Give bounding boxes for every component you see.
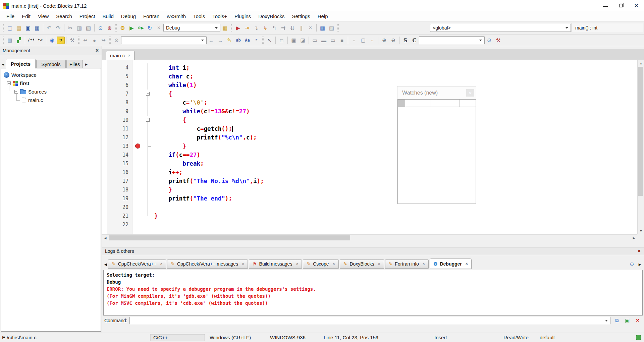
menu-build[interactable]: Build bbox=[99, 11, 117, 21]
replace-icon[interactable]: ⊛ bbox=[105, 23, 114, 32]
abort-build-icon[interactable]: × bbox=[154, 23, 163, 32]
doxyblocks-run-icon[interactable]: ◉ bbox=[48, 36, 57, 44]
incremental-search-input[interactable] bbox=[121, 36, 207, 44]
toolbar-grip[interactable] bbox=[78, 37, 79, 44]
breakpoint-marker-icon[interactable] bbox=[135, 144, 140, 149]
breakpoint-margin[interactable] bbox=[132, 203, 144, 212]
log-tab-close-icon[interactable]: × bbox=[466, 262, 468, 266]
copy-icon[interactable]: ▥ bbox=[75, 23, 84, 32]
editor-body[interactable]: 4 int i;5 char c;6 while(1)7 {8 c='\0';9… bbox=[102, 60, 644, 234]
wx-panel-icon[interactable]: ◪ bbox=[298, 36, 307, 44]
fold-margin[interactable] bbox=[144, 90, 152, 98]
settings-wrench-icon[interactable]: ⚒ bbox=[68, 36, 77, 44]
scroll-right-icon[interactable]: ▶ bbox=[631, 235, 637, 241]
breakpoint-margin[interactable] bbox=[132, 194, 144, 203]
editor-vertical-scrollbar[interactable]: ▲ ▼ bbox=[637, 60, 644, 234]
scroll-left-icon[interactable]: ◀ bbox=[102, 235, 109, 241]
toolbar-grip[interactable] bbox=[262, 37, 264, 44]
search-prev-icon[interactable]: ← bbox=[207, 36, 216, 44]
menu-project[interactable]: Project bbox=[76, 11, 99, 21]
doxygen-comment-icon[interactable]: *< bbox=[36, 36, 45, 44]
fold-margin[interactable] bbox=[144, 72, 152, 81]
run-icon[interactable]: ▶ bbox=[127, 23, 136, 32]
menu-search[interactable]: Search bbox=[52, 11, 76, 21]
minimize-button[interactable]: — bbox=[598, 0, 613, 11]
breakpoint-margin[interactable] bbox=[132, 116, 144, 124]
toolbar-grip[interactable] bbox=[3, 24, 4, 32]
menu-fortran[interactable]: Fortran bbox=[140, 11, 163, 21]
logs-tabs-scroll-left-icon[interactable]: ◀ bbox=[103, 260, 108, 269]
menu-tools[interactable]: Tools bbox=[190, 11, 209, 21]
fold-margin[interactable] bbox=[144, 220, 152, 229]
log-tab-close-icon[interactable]: × bbox=[333, 262, 335, 266]
fold-margin[interactable] bbox=[144, 116, 152, 124]
log-tab-fortran-info[interactable]: ✎Fortran info× bbox=[385, 259, 429, 269]
breakpoint-margin[interactable] bbox=[132, 185, 144, 194]
wx-border-icon-2[interactable]: ▢ bbox=[359, 36, 368, 44]
debugging-windows-icon[interactable]: ▦ bbox=[318, 23, 327, 32]
management-close-icon[interactable]: × bbox=[96, 48, 102, 54]
code-line-8[interactable]: 8 c='\0'; bbox=[102, 98, 637, 107]
break-debugger-icon[interactable]: ∥ bbox=[297, 23, 306, 32]
log-tab-cscope[interactable]: ✎Cscope× bbox=[303, 259, 338, 269]
chm-help-icon[interactable]: ? bbox=[57, 37, 65, 44]
compile-log-icon[interactable]: ▦ bbox=[220, 23, 229, 32]
fold-margin[interactable] bbox=[144, 133, 152, 142]
build-icon[interactable]: ⚙ bbox=[118, 23, 127, 32]
toolbar-grip[interactable] bbox=[337, 24, 339, 32]
fold-margin[interactable] bbox=[144, 168, 152, 177]
fold-margin[interactable] bbox=[144, 151, 152, 159]
menu-tools[interactable]: Tools+ bbox=[209, 11, 231, 21]
command-clipboard-icon[interactable]: ⧉ bbox=[613, 317, 621, 325]
code-line-4[interactable]: 4 int i; bbox=[102, 63, 637, 72]
code-line-19[interactable]: 19 printf("The end"); bbox=[102, 194, 637, 203]
function-select[interactable]: main() : int bbox=[572, 23, 643, 32]
toolbar-grip[interactable] bbox=[3, 37, 4, 44]
highlight-icon[interactable]: ✎ bbox=[225, 36, 234, 44]
logs-tabs-scroll-right-icon[interactable]: ▶ bbox=[637, 260, 642, 269]
menu-doxyblocks[interactable]: DoxyBlocks bbox=[255, 11, 288, 21]
tree-item-sources[interactable]: Sources bbox=[1, 88, 101, 96]
step-into-icon[interactable]: ↳ bbox=[261, 23, 270, 32]
wx-border-icon-3[interactable]: ▫ bbox=[368, 36, 377, 44]
run-to-cursor-icon[interactable]: ⇥ bbox=[243, 23, 252, 32]
code-line-21[interactable]: 21} bbox=[102, 212, 637, 220]
log-tab-close-icon[interactable]: × bbox=[423, 262, 425, 266]
wx-pointer-icon[interactable]: ↖ bbox=[265, 36, 274, 44]
log-tab-build-messages[interactable]: ⚑Build messages× bbox=[249, 259, 302, 269]
breakpoint-margin[interactable] bbox=[132, 212, 144, 220]
code-line-10[interactable]: 10 { bbox=[102, 116, 637, 124]
logs-close-icon[interactable]: × bbox=[638, 248, 644, 254]
tab-files[interactable]: Files bbox=[66, 60, 83, 68]
code-line-9[interactable]: 9 while(c!=13&&c!=27) bbox=[102, 107, 637, 116]
breakpoint-margin[interactable] bbox=[132, 124, 144, 133]
code-line-15[interactable]: 15 break; bbox=[102, 159, 637, 168]
wx-frame-icon[interactable]: □ bbox=[277, 36, 286, 44]
breakpoint-margin[interactable] bbox=[132, 220, 144, 229]
stop-debugger-icon[interactable]: × bbox=[306, 23, 315, 32]
wx-dialog-icon[interactable]: ▣ bbox=[289, 36, 298, 44]
tree-item-workspace[interactable]: ⌂Workspace bbox=[1, 71, 101, 79]
cut-icon[interactable]: ✂ bbox=[66, 23, 75, 32]
rebuild-icon[interactable]: ↻ bbox=[145, 23, 154, 32]
wx-layout-icon-3[interactable]: ▭ bbox=[328, 36, 337, 44]
wx-layout-icon-1[interactable]: ▭ bbox=[310, 36, 319, 44]
fold-margin[interactable] bbox=[144, 194, 152, 203]
log-tab-close-icon[interactable]: × bbox=[378, 262, 380, 266]
breakpoint-margin[interactable] bbox=[132, 177, 144, 185]
scroll-up-icon[interactable]: ▲ bbox=[638, 60, 644, 67]
open-file-icon[interactable]: ▤ bbox=[14, 23, 23, 32]
scope-select[interactable]: <global> bbox=[430, 24, 571, 32]
fold-margin[interactable] bbox=[144, 81, 152, 90]
command-save-log-icon[interactable]: ▣ bbox=[623, 317, 631, 325]
command-input[interactable] bbox=[129, 317, 610, 324]
next-instruction-icon[interactable]: ⇉ bbox=[279, 23, 288, 32]
fold-margin[interactable] bbox=[144, 185, 152, 194]
bookmark-icon[interactable]: ● bbox=[90, 36, 99, 44]
various-info-icon[interactable]: ▨ bbox=[327, 23, 336, 32]
next-line-icon[interactable]: ↴ bbox=[252, 23, 261, 32]
breakpoint-margin[interactable] bbox=[132, 133, 144, 142]
breakpoint-margin[interactable] bbox=[132, 90, 144, 98]
undo-icon[interactable]: ↶ bbox=[45, 23, 54, 32]
wx-container-icon[interactable]: C bbox=[410, 36, 419, 44]
